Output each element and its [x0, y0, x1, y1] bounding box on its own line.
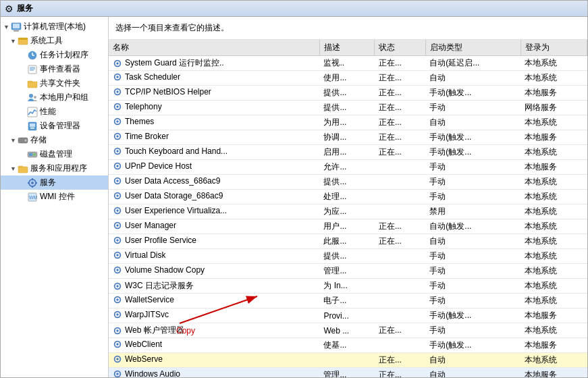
service-icon	[113, 265, 122, 275]
service-login-cell: 本地服务	[520, 160, 587, 175]
service-name-cell: User Experience Virtualiza...	[109, 205, 257, 217]
table-row[interactable]: Time Broker协调...正在...手动(触发...本地服务	[109, 130, 587, 145]
service-desc-cell: 为应...	[319, 205, 375, 219]
service-name-cell: WebServe	[109, 353, 257, 365]
svg-point-79	[116, 358, 119, 360]
table-row[interactable]: User Data Storage_686ac9处理...手动本地系统	[109, 190, 587, 205]
service-icon	[113, 295, 122, 304]
service-status-cell	[375, 294, 425, 308]
service-login-cell: 本地系统	[520, 145, 587, 160]
system-tools-icon	[18, 36, 28, 47]
svg-point-15	[34, 96, 36, 99]
service-icon	[113, 340, 122, 349]
shared-folders-icon	[27, 78, 38, 89]
service-name-cell: Telephony	[109, 101, 257, 113]
table-row[interactable]: Windows Audio管理...正在...自动本地服务	[109, 368, 587, 378]
table-row[interactable]: System Guard 运行时监控..监视..正在...自动(延迟启...本地…	[109, 56, 587, 71]
table-row[interactable]: WalletService电子...手动本地系统	[109, 294, 587, 308]
table-row[interactable]: User Experience Virtualiza...为应...禁用本地系统	[109, 205, 587, 219]
service-icon	[113, 132, 122, 141]
service-name-text: Task Scheduler	[125, 72, 180, 82]
service-status-cell	[375, 279, 425, 294]
sidebar-item-event-viewer[interactable]: 事件查看器	[1, 62, 108, 76]
service-name-text: Themes	[125, 117, 154, 126]
service-name-cell: Time Broker	[109, 130, 257, 142]
sidebar-item-task-scheduler[interactable]: 任务计划程序	[1, 48, 108, 62]
sidebar-item-shared-folders[interactable]: 共享文件夹	[1, 76, 108, 90]
service-status-cell: 正在...	[375, 219, 425, 234]
sidebar-item-wmi-label: WMI 控件	[40, 191, 75, 202]
sidebar-item-computer-mgmt[interactable]: ▼ 计算机管理(本地)	[1, 20, 108, 34]
service-desc-cell: 电子...	[319, 294, 375, 308]
service-name-cell: System Guard 运行时监控..	[109, 56, 257, 70]
service-icon	[113, 369, 122, 377]
titlebar-icon: ⚙	[5, 3, 14, 14]
service-status-cell: 正在...	[375, 71, 425, 86]
svg-point-47	[116, 120, 119, 123]
svg-rect-32	[35, 182, 37, 184]
service-name-text: Touch Keyboard and Hand...	[125, 146, 228, 156]
service-desc-cell: 提供...	[319, 86, 375, 101]
service-status-cell: 正在...	[375, 86, 425, 101]
col-header-status[interactable]: 状态	[375, 40, 425, 56]
perf-icon	[27, 107, 38, 117]
table-row[interactable]: W3C 日志记录服务为 In...手动本地系统	[109, 279, 587, 294]
service-desc-cell: 管理...	[319, 368, 375, 378]
sidebar-item-local-users[interactable]: 本地用户和组	[1, 90, 108, 105]
col-header-startup[interactable]: 启动类型	[425, 40, 520, 56]
table-row[interactable]: Volume Shadow Copy管理...手动本地系统	[109, 264, 587, 279]
svg-rect-18	[30, 124, 35, 127]
table-row[interactable]: Touch Keyboard and Hand...启用...正在...手动(触…	[109, 145, 587, 160]
sidebar-item-perf[interactable]: 性能	[1, 105, 108, 119]
col-header-name[interactable]: 名称	[109, 40, 319, 56]
service-login-cell: 本地服务	[520, 368, 587, 378]
svg-rect-30	[32, 186, 33, 188]
services-table[interactable]: 名称 描述 状态 启动类型 登录为 System Guard 运行时监控..监视…	[109, 40, 587, 377]
table-row[interactable]: Web 帐户管理器Web ...正在...手动本地系统	[109, 323, 587, 338]
sidebar-item-system-tools[interactable]: ▼ 系统工具	[1, 34, 108, 48]
col-header-desc[interactable]: 描述	[319, 40, 375, 56]
sidebar-item-storage[interactable]: ▼ 存储	[1, 133, 108, 147]
table-row[interactable]: WebServe正在...自动本地系统	[109, 353, 587, 368]
sidebar-item-local-users-label: 本地用户和组	[40, 92, 88, 103]
sidebar[interactable]: ▼ 计算机管理(本地) ▼ 系统工具	[1, 17, 109, 377]
sidebar-item-svc-apps[interactable]: ▼ 服务和应用程序	[1, 161, 108, 176]
service-login-cell: 本地系统	[520, 234, 587, 249]
service-status-cell: 正在...	[375, 115, 425, 130]
disk-mgmt-icon	[27, 149, 38, 160]
service-icon	[113, 354, 122, 364]
table-row[interactable]: Telephony提供...正在...手动网络服务	[109, 101, 587, 115]
service-startup-cell: 自动	[425, 368, 520, 378]
service-name-text: WarpJITSvc	[125, 310, 169, 319]
service-name-text: User Experience Virtualiza...	[125, 206, 227, 215]
sidebar-item-wmi[interactable]: WMI WMI 控件	[1, 190, 108, 204]
table-row[interactable]: Themes为用...正在...自动本地系统	[109, 115, 587, 130]
sidebar-item-computer-mgmt-label: 计算机管理(本地)	[24, 21, 86, 32]
sidebar-item-system-tools-label: 系统工具	[30, 35, 63, 47]
service-login-cell: 本地系统	[520, 264, 587, 279]
service-login-cell: 本地服务	[520, 308, 587, 323]
table-row[interactable]: Virtual Disk提供...手动本地系统	[109, 249, 587, 264]
table-row[interactable]: Task Scheduler使用...正在...自动本地系统	[109, 71, 587, 86]
table-row[interactable]: UPnP Device Host允许...手动本地服务	[109, 160, 587, 175]
service-name-cell: WarpJITSvc	[109, 308, 257, 321]
sidebar-item-device-mgr[interactable]: 设备管理器	[1, 119, 108, 133]
sidebar-item-disk-mgmt[interactable]: 磁盘管理	[1, 147, 108, 161]
service-startup-cell: 手动(触发...	[425, 308, 520, 323]
table-row[interactable]: User Manager用户...正在...自动(触发...本地系统	[109, 219, 587, 234]
table-row[interactable]: TCP/IP NetBIOS Helper提供...正在...手动(触发...本…	[109, 86, 587, 101]
sidebar-item-services[interactable]: 服务	[1, 176, 108, 190]
col-header-login[interactable]: 登录为	[520, 40, 587, 56]
service-icon	[113, 176, 122, 186]
service-icon	[113, 310, 122, 319]
service-login-cell: 本地系统	[520, 71, 587, 86]
service-login-cell: 本地服务	[520, 130, 587, 145]
table-row[interactable]: User Data Access_686ac9提供...手动本地系统	[109, 175, 587, 190]
table-row[interactable]: WebClient使基...手动(触发...本地服务	[109, 338, 587, 353]
table-row[interactable]: WarpJITSvcProvi...手动(触发...本地服务	[109, 308, 587, 323]
table-row[interactable]: User Profile Service此服...正在...自动本地系统	[109, 234, 587, 249]
svg-rect-8	[28, 65, 36, 74]
service-name-cell: User Data Access_686ac9	[109, 175, 257, 187]
task-scheduler-icon	[27, 50, 38, 61]
service-desc-cell: 管理...	[319, 264, 375, 279]
